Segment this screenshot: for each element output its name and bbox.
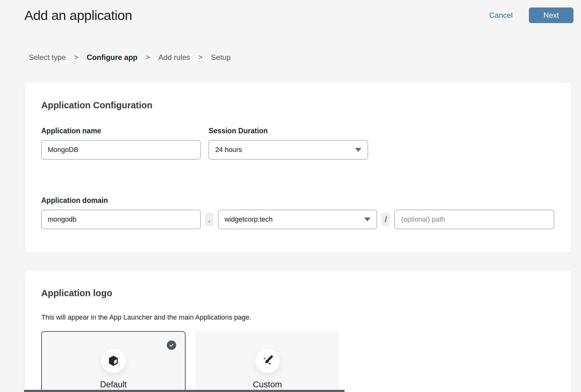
session-duration-field: Session Duration 24 hours xyxy=(209,127,368,159)
default-logo-circle xyxy=(101,349,126,373)
breadcrumb-step-add-rules[interactable]: Add rules xyxy=(158,53,190,62)
domain-value: widgetcorp.tech xyxy=(225,215,273,223)
breadcrumb-step-configure-app[interactable]: Configure app xyxy=(87,53,138,62)
page-header: Add an application Cancel Next xyxy=(0,0,581,23)
chevron-down-icon xyxy=(355,148,361,152)
header-actions: Cancel Next xyxy=(489,7,574,23)
breadcrumb: Select type > Configure app > Add rules … xyxy=(29,53,581,62)
dot-separator: . xyxy=(205,213,213,226)
cube-icon xyxy=(107,355,120,367)
cancel-button[interactable]: Cancel xyxy=(489,11,513,20)
path-input[interactable] xyxy=(395,210,554,229)
application-logo-card: Application logo This will appear in the… xyxy=(24,270,572,392)
chevron-down-icon xyxy=(364,218,370,221)
breadcrumb-step-select-type[interactable]: Select type xyxy=(29,53,66,62)
application-configuration-card: Application Configuration Application na… xyxy=(24,82,572,253)
page-title: Add an application xyxy=(24,8,132,23)
logo-option-custom-label: Custom xyxy=(195,380,340,390)
application-domain-label: Application domain xyxy=(41,196,554,205)
subdomain-input[interactable] xyxy=(41,210,201,229)
paintbrush-icon xyxy=(261,355,274,367)
selected-check-icon xyxy=(167,341,176,350)
breadcrumb-separator: > xyxy=(146,53,150,61)
application-name-label: Application name xyxy=(41,127,201,135)
breadcrumb-step-setup[interactable]: Setup xyxy=(211,53,231,62)
slash-separator: / xyxy=(382,213,390,226)
logo-option-custom[interactable]: Custom xyxy=(195,331,340,392)
logo-option-default[interactable]: Default xyxy=(41,331,186,392)
session-duration-label: Session Duration xyxy=(209,127,368,135)
next-button[interactable]: Next xyxy=(529,7,574,23)
custom-logo-circle xyxy=(255,349,280,373)
application-name-input[interactable] xyxy=(41,140,201,159)
session-duration-value: 24 hours xyxy=(215,146,242,154)
application-domain-field: Application domain . widgetcorp.tech / xyxy=(41,196,554,229)
application-name-field: Application name xyxy=(41,127,201,159)
application-logo-heading: Application logo xyxy=(41,288,554,298)
breadcrumb-separator: > xyxy=(74,53,78,61)
domain-select[interactable]: widgetcorp.tech xyxy=(218,210,377,229)
configuration-heading: Application Configuration xyxy=(41,100,554,110)
application-logo-description: This will appear in the App Launcher and… xyxy=(41,313,554,321)
session-duration-select[interactable]: 24 hours xyxy=(209,140,368,159)
breadcrumb-separator: > xyxy=(199,53,203,61)
logo-option-default-label: Default xyxy=(42,380,185,390)
horizontal-scrollbar-thumb[interactable] xyxy=(24,390,345,392)
